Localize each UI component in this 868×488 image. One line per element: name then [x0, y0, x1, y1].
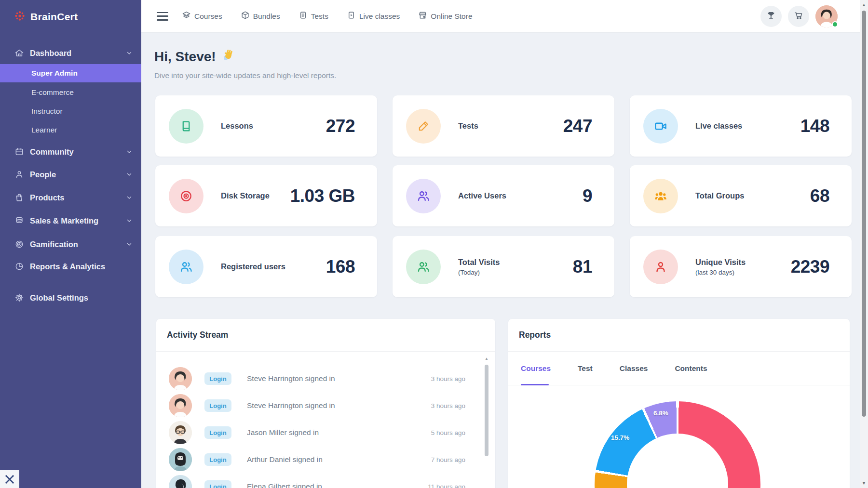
reports-tabs: Courses Test Classes Contents [508, 352, 850, 385]
storefront-icon [418, 11, 427, 22]
braincert-logo-icon [14, 10, 26, 24]
login-badge[interactable]: Login [204, 480, 231, 488]
avatar [169, 475, 192, 488]
tab-test[interactable]: Test [578, 364, 593, 373]
group-icon [643, 179, 678, 213]
stat-value: 148 [800, 116, 829, 136]
stat-value: 1.03 GB [290, 186, 355, 206]
login-badge[interactable]: Login [204, 426, 231, 439]
sidebar-item-learner[interactable]: Learner [0, 121, 141, 139]
sidebar-item-products[interactable]: Products [0, 189, 141, 206]
profile-avatar[interactable] [815, 5, 838, 27]
scrollbar-thumb[interactable] [862, 11, 866, 417]
login-badge[interactable]: Login [204, 453, 231, 466]
activity-text: Steve Harrington signed in [247, 401, 335, 410]
sidebar-item-people[interactable]: People [0, 166, 141, 183]
list-item: Login Steve Harrington signed in 3 hours… [156, 365, 495, 392]
sidebar-item-super-admin[interactable]: Super Admin [0, 64, 141, 82]
donut-segment-label: 6.8% [653, 409, 668, 417]
cart-icon [794, 11, 803, 22]
topbar: Courses Bundles Tests Live classes Onlin… [141, 0, 860, 33]
chevron-down-icon [126, 148, 133, 155]
activity-text: Steve Harrington signed in [247, 374, 335, 383]
stat-card-disk-storage: Disk Storage 1.03 GB [155, 165, 377, 226]
tab-classes[interactable]: Classes [620, 364, 648, 373]
page-title: Hi, Steve! [154, 48, 235, 65]
sidebar-item-gamification[interactable]: Gamification [0, 236, 141, 253]
online-status-dot [832, 21, 838, 27]
brand[interactable]: BrainCert [14, 10, 78, 24]
trophy-button[interactable] [760, 6, 782, 27]
nav-label: Courses [194, 12, 222, 21]
list-item: Login Elena Gilbert signed in 11 hours a… [156, 473, 495, 488]
sidebar-item-label: Sales & Marketing [30, 216, 126, 225]
users-icon [406, 179, 441, 213]
stat-label: Disk Storage [221, 191, 270, 200]
users-icon [169, 250, 203, 284]
nav-label: Tests [311, 12, 328, 21]
sidebar-item-reports-analytics[interactable]: Reports & Analytics [0, 258, 141, 275]
sidebar-item-global-settings[interactable]: Global Settings [0, 289, 141, 306]
pie-chart-icon [14, 262, 24, 271]
list-scrollbar-thumb[interactable] [485, 365, 488, 456]
activity-stream-panel: Activity Stream Login Steve Harrington s… [156, 319, 495, 488]
stat-label: Total Visits [458, 258, 500, 267]
avatar [169, 421, 192, 444]
layers-icon [182, 11, 191, 22]
login-badge[interactable]: Login [204, 372, 231, 385]
scroll-up-arrow[interactable]: ▲ [860, 1, 868, 9]
avatar [169, 394, 192, 417]
panel-title: Reports [519, 330, 551, 340]
nav-label: Online Store [431, 12, 472, 21]
sidebar-item-sales-marketing[interactable]: Sales & Marketing [0, 212, 141, 229]
stat-card-lessons: Lessons 272 [155, 95, 377, 157]
sidebar-item-dashboard[interactable]: Dashboard [0, 44, 141, 62]
login-badge[interactable]: Login [204, 399, 231, 412]
user-icon [643, 250, 678, 284]
topnav: Courses Bundles Tests Live classes Onlin… [182, 11, 473, 22]
stat-value: 81 [573, 257, 592, 277]
list-item: Login Jason Miller signed in 5 hours ago [156, 419, 495, 446]
sidebar-item-label: Products [30, 193, 126, 202]
stat-card-total-groups: Total Groups 68 [630, 165, 852, 226]
nav-item-live-classes[interactable]: Live classes [347, 11, 400, 22]
page-scrollbar[interactable]: ▲ ▼ [860, 0, 868, 488]
sidebar-item-community[interactable]: Community [0, 143, 141, 160]
sidebar-item-instructor[interactable]: Instructor [0, 102, 141, 120]
hamburger-menu-icon[interactable] [157, 12, 168, 21]
chevron-down-icon [126, 217, 133, 224]
joomla-icon[interactable] [0, 470, 19, 488]
stat-value: 2239 [791, 257, 829, 277]
cart-button[interactable] [788, 6, 809, 27]
list-item: Login Steve Harrington signed in 3 hours… [156, 392, 495, 419]
active-tab-underline [521, 384, 549, 385]
scroll-down-arrow[interactable]: ▼ [860, 479, 868, 487]
document-play-icon [347, 11, 356, 22]
tab-courses[interactable]: Courses [521, 364, 551, 373]
nav-item-online-store[interactable]: Online Store [418, 11, 472, 22]
topbar-actions [760, 5, 860, 27]
chevron-down-icon [126, 171, 133, 178]
nav-item-courses[interactable]: Courses [182, 11, 222, 22]
sidebar-item-label: Dashboard [30, 49, 126, 58]
stat-label: Unique Visits [695, 258, 746, 267]
list-scroll-up-arrow[interactable]: ▲ [485, 356, 488, 361]
activity-time: 5 hours ago [431, 429, 465, 436]
sidebar-item-label: Global Settings [30, 293, 133, 303]
tab-contents[interactable]: Contents [675, 364, 707, 373]
stat-value: 168 [326, 257, 355, 277]
nav-item-bundles[interactable]: Bundles [241, 11, 280, 22]
sidebar-item-e-commerce[interactable]: E-commerce [0, 83, 141, 102]
target-icon [14, 239, 24, 249]
stat-sublabel: (last 30 days) [695, 269, 746, 276]
users-icon [406, 250, 441, 284]
stat-card-active-users: Active Users 9 [393, 165, 614, 226]
chevron-down-icon [126, 50, 133, 56]
greeting-text: Hi, Steve! [154, 49, 216, 65]
book-icon [169, 109, 203, 144]
sidebar-item-label: Community [30, 147, 126, 157]
trophy-icon [766, 11, 776, 22]
nav-item-tests[interactable]: Tests [298, 11, 328, 22]
disk-icon [169, 179, 203, 213]
stat-label: Total Groups [695, 191, 744, 200]
